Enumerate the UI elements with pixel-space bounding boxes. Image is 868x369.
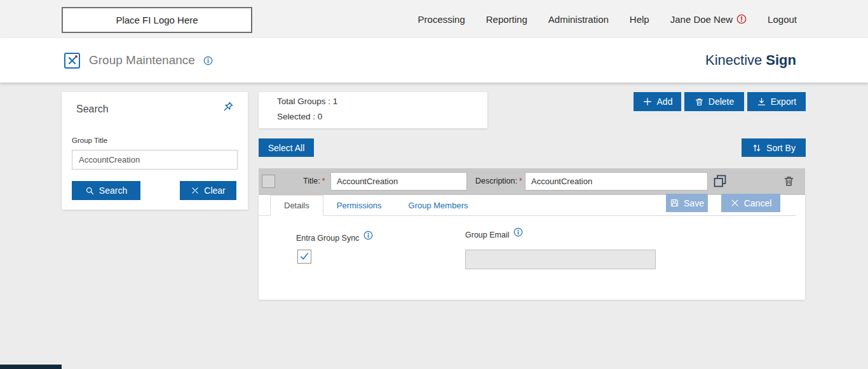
nav-reporting[interactable]: Reporting: [486, 14, 527, 25]
nav-logout[interactable]: Logout: [768, 14, 797, 25]
brand-logo: Kinective Sign: [705, 38, 796, 83]
row-delete-icon[interactable]: [783, 174, 795, 188]
tab-permissions[interactable]: Permissions: [323, 195, 395, 215]
nav-processing[interactable]: Processing: [418, 14, 465, 25]
description-label: Description:*: [475, 177, 522, 185]
search-panel: Search Group Title Search Clear: [62, 92, 248, 210]
page-title-info-icon[interactable]: [203, 56, 213, 65]
group-row: Title:* Description:*: [259, 168, 805, 195]
brand-bold: Sign: [766, 52, 796, 69]
entra-group-sync-label: Entra Group Sync: [296, 234, 359, 243]
tab-group-members-label: Group Members: [409, 201, 468, 210]
cancel-button[interactable]: Cancel: [721, 194, 780, 212]
add-button-label: Add: [657, 97, 673, 107]
group-title-label: Group Title: [72, 137, 107, 144]
sort-by-button[interactable]: Sort By: [742, 138, 806, 157]
page-header: Group Maintenance Kinective Sign: [0, 38, 868, 83]
nav-logout-label: Logout: [768, 14, 797, 25]
nav-administration[interactable]: Administration: [548, 14, 609, 25]
description-input[interactable]: [525, 172, 708, 191]
top-navigation: Processing Reporting Administration Help…: [418, 0, 797, 38]
title-input[interactable]: [330, 172, 467, 191]
title-label: Title:*: [303, 177, 325, 185]
title-required-marker: *: [322, 177, 325, 185]
page-title-wrap: Group Maintenance: [64, 38, 213, 83]
pin-icon[interactable]: [219, 98, 236, 116]
description-label-text: Description:: [475, 177, 517, 185]
tab-details-label: Details: [284, 201, 309, 210]
clear-button-label: Clear: [204, 185, 225, 196]
nav-help[interactable]: Help: [630, 14, 649, 25]
nav-processing-label: Processing: [418, 14, 465, 25]
entra-group-sync-info-icon[interactable]: [363, 231, 373, 240]
group-email-label: Group Email: [465, 231, 509, 239]
nav-user-label: Jane Doe New: [670, 14, 733, 25]
add-button[interactable]: Add: [634, 92, 681, 111]
fi-logo-placeholder: Place FI Logo Here: [62, 7, 252, 33]
tab-details[interactable]: Details: [270, 195, 323, 216]
delete-button[interactable]: Delete: [684, 92, 744, 111]
footer-strip: [0, 365, 62, 369]
save-button[interactable]: Save: [666, 194, 708, 212]
group-email-input: [465, 250, 656, 269]
save-button-label: Save: [684, 198, 704, 208]
summary-panel: Total Groups : 1 Selected : 0: [259, 92, 487, 128]
delete-button-label: Delete: [709, 97, 734, 107]
user-alert-icon[interactable]: [736, 14, 747, 24]
export-button-label: Export: [771, 97, 796, 107]
nav-help-label: Help: [630, 14, 649, 25]
export-button[interactable]: Export: [747, 92, 806, 111]
row-select-checkbox[interactable]: [262, 175, 275, 188]
description-required-marker: *: [519, 177, 522, 185]
search-button[interactable]: Search: [72, 181, 140, 200]
brand-regular: Kinective: [705, 52, 762, 69]
search-panel-title: Search: [76, 104, 109, 115]
page-title: Group Maintenance: [89, 53, 195, 67]
nav-administration-label: Administration: [548, 14, 609, 25]
entra-group-sync-label-wrap: Entra Group Sync: [296, 234, 373, 243]
title-label-text: Title:: [303, 177, 320, 185]
copy-icon[interactable]: [712, 173, 728, 189]
selected-count: Selected : 0: [277, 112, 322, 121]
detail-panel: Details Permissions Group Members Save C…: [259, 195, 805, 300]
group-title-input[interactable]: [72, 150, 238, 170]
nav-user[interactable]: Jane Doe New: [670, 14, 747, 25]
tab-group-members[interactable]: Group Members: [395, 195, 482, 215]
nav-reporting-label: Reporting: [486, 14, 527, 25]
group-email-label-wrap: Group Email: [465, 231, 523, 239]
select-all-button[interactable]: Select All: [259, 138, 314, 157]
sort-by-button-label: Sort By: [766, 143, 796, 153]
select-all-button-label: Select All: [268, 143, 305, 153]
group-maintenance-icon: [64, 52, 81, 69]
total-groups-count: Total Groups : 1: [277, 97, 337, 106]
search-button-label: Search: [99, 185, 127, 196]
cancel-button-label: Cancel: [744, 198, 772, 208]
entra-group-sync-checkbox[interactable]: [297, 250, 311, 264]
tabstrip: Details Permissions Group Members: [259, 195, 796, 216]
tab-permissions-label: Permissions: [337, 201, 382, 210]
clear-button[interactable]: Clear: [180, 181, 236, 200]
topbar: Place FI Logo Here Processing Reporting …: [0, 0, 868, 38]
screen: Place FI Logo Here Processing Reporting …: [0, 0, 868, 369]
fi-logo-text: Place FI Logo Here: [116, 15, 198, 25]
group-email-info-icon[interactable]: [513, 227, 523, 237]
